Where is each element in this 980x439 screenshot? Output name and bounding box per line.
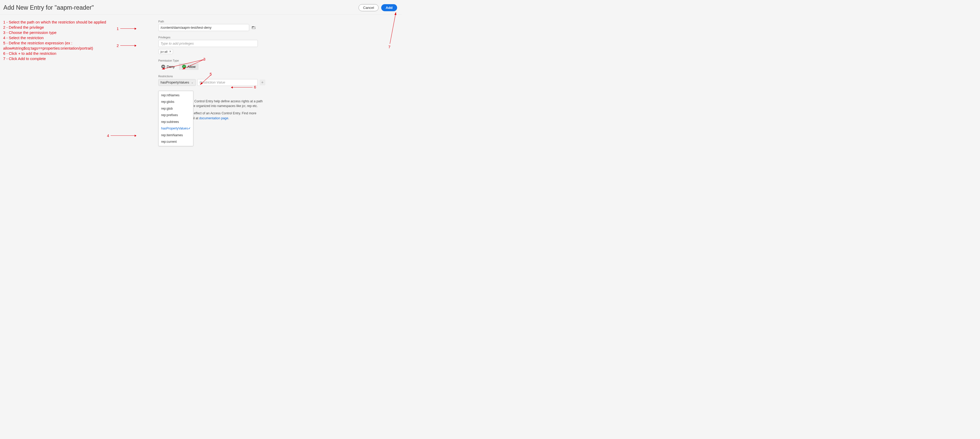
option-rep-globs[interactable]: rep:globs bbox=[159, 99, 193, 105]
option-rep-current[interactable]: rep:current bbox=[159, 138, 193, 145]
option-rep-glob[interactable]: rep:glob bbox=[159, 105, 193, 112]
privileges-label: Privileges bbox=[158, 36, 265, 39]
callout-7-arrow bbox=[387, 12, 399, 45]
callout-3: 3 bbox=[203, 57, 205, 61]
instruction-5: 5 - Define the restriction expression (e… bbox=[3, 41, 121, 51]
instruction-4: 4 - Select the restriction bbox=[3, 35, 121, 41]
option-haspropertyvalues[interactable]: hasPropertyValues ✓ bbox=[159, 125, 193, 132]
option-rep-subtrees[interactable]: rep:subtrees bbox=[159, 118, 193, 125]
cancel-button[interactable]: Cancel bbox=[358, 4, 379, 11]
instruction-7: 7 - Click Add to complete bbox=[3, 56, 121, 62]
svg-line-2 bbox=[183, 59, 204, 69]
folder-open-icon bbox=[251, 25, 256, 30]
option-rep-prefixes[interactable]: rep:prefixes bbox=[159, 112, 193, 118]
restrictions-select-value: hasPropertyValues bbox=[161, 80, 189, 84]
instruction-2: 2 - Defined the privilege bbox=[3, 25, 121, 30]
svg-line-1 bbox=[162, 59, 204, 69]
dialog-actions: Cancel Add bbox=[358, 4, 397, 11]
form: 1 Path 2 Privileges jcr:all ✕ Permissio bbox=[124, 19, 265, 121]
path-browse-button[interactable] bbox=[250, 24, 257, 31]
svg-line-3 bbox=[200, 75, 211, 85]
callout-1: 1 bbox=[117, 27, 119, 31]
instruction-6: 6 - Click + to add the restriction bbox=[3, 51, 121, 56]
privileges-input[interactable] bbox=[158, 40, 258, 47]
callout-2: 2 bbox=[117, 44, 119, 48]
plus-icon: ＋ bbox=[260, 80, 264, 85]
checkmark-icon: ✓ bbox=[188, 127, 191, 130]
chevron-down-icon: ⌄ bbox=[191, 81, 193, 84]
path-label: Path bbox=[158, 20, 265, 23]
callout-6: 6 bbox=[254, 85, 256, 89]
instruction-3: 3 - Choose the permission type bbox=[3, 30, 121, 35]
option-haspropertyvalues-label: hasPropertyValues bbox=[161, 127, 188, 130]
callout-3-arrows bbox=[161, 59, 206, 71]
svg-line-4 bbox=[390, 13, 396, 44]
documentation-link[interactable]: documentation page bbox=[199, 116, 228, 120]
instruction-1: 1 - Select the path on which the restric… bbox=[3, 20, 121, 25]
privilege-tag[interactable]: jcr:all ✕ bbox=[158, 49, 173, 54]
option-rep-itemnames[interactable]: rep:itemNames bbox=[159, 132, 193, 138]
callout-4: 4 bbox=[107, 134, 109, 138]
add-button[interactable]: Add bbox=[381, 4, 397, 11]
remove-tag-icon[interactable]: ✕ bbox=[169, 50, 172, 53]
path-input[interactable] bbox=[158, 24, 250, 31]
privilege-tag-label: jcr:all bbox=[161, 50, 167, 53]
dialog-header: Add New Entry for "aapm-reader" Cancel A… bbox=[0, 0, 402, 14]
restrictions-dropdown: rep:ntNames rep:globs rep:glob rep:prefi… bbox=[158, 91, 193, 146]
callout-7: 7 bbox=[388, 45, 390, 49]
dialog-title: Add New Entry for "aapm-reader" bbox=[3, 4, 94, 11]
restrictions-select[interactable]: hasPropertyValues ⌄ bbox=[158, 79, 196, 86]
add-restriction-button[interactable]: ＋ bbox=[259, 80, 265, 85]
annotation-instructions: 1 - Select the path on which the restric… bbox=[0, 19, 124, 121]
option-rep-ntnames[interactable]: rep:ntNames bbox=[159, 92, 193, 99]
callout-5: 5 bbox=[210, 72, 212, 76]
